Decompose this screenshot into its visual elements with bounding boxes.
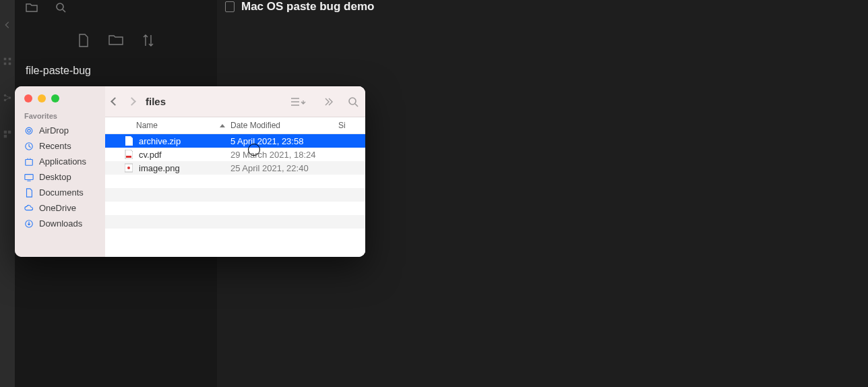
favorite-downloads[interactable]: Downloads — [15, 216, 105, 231]
tab-title[interactable]: Mac OS paste bug demo — [241, 0, 374, 13]
svg-rect-8 — [8, 131, 11, 133]
more-icon[interactable] — [322, 96, 333, 107]
new-folder-icon[interactable] — [108, 34, 123, 46]
header-date[interactable]: Date Modified — [230, 121, 338, 130]
doc-icon — [24, 188, 34, 198]
column-headers: Name Date Modified Si — [105, 117, 365, 134]
empty-row — [105, 215, 365, 229]
svg-rect-15 — [25, 174, 33, 179]
svg-rect-0 — [4, 58, 7, 61]
empty-row — [105, 188, 365, 202]
svg-point-11 — [28, 129, 30, 131]
favorite-desktop[interactable]: Desktop — [15, 169, 105, 185]
header-name[interactable]: Name — [105, 121, 230, 130]
svg-rect-18 — [126, 156, 131, 158]
favorite-documents[interactable]: Documents — [15, 185, 105, 200]
favorite-label: Applications — [39, 156, 86, 167]
svg-point-20 — [127, 167, 130, 169]
file-name: image.png — [139, 163, 180, 173]
favorite-label: Downloads — [39, 218, 82, 229]
svg-rect-9 — [4, 135, 7, 138]
airdrop-icon — [24, 126, 34, 136]
pdf-icon — [124, 150, 133, 159]
svg-rect-3 — [9, 63, 11, 65]
favorite-label: OneDrive — [39, 203, 76, 213]
file-list: archive.zip 5 April 2021, 23:58 cv.pdf 2… — [105, 134, 365, 257]
apps-icon — [24, 157, 34, 167]
file-name: cv.pdf — [139, 150, 162, 160]
activity-bar — [0, 0, 15, 387]
file-date: 29 March 2021, 18:24 — [230, 150, 346, 160]
folder-open-icon[interactable] — [26, 2, 38, 13]
favorite-airdrop[interactable]: AirDrop — [15, 123, 105, 138]
svg-rect-2 — [4, 63, 7, 65]
repo-title: file-paste-bug — [15, 59, 217, 82]
finder-toolbar: files — [105, 86, 365, 117]
file-name: archive.zip — [139, 136, 181, 146]
file-icon — [225, 1, 235, 12]
graph-icon[interactable] — [3, 93, 12, 102]
file-date: 25 April 2021, 22:40 — [230, 163, 346, 173]
svg-point-17 — [349, 98, 356, 105]
favorite-label: AirDrop — [39, 125, 69, 136]
window-traffic-lights — [15, 93, 105, 112]
ext-icon[interactable] — [3, 129, 12, 139]
file-date: 5 April 2021, 23:58 — [230, 136, 346, 146]
finder-main: files Name Date Modified Si archive.zip — [105, 86, 365, 257]
svg-point-12 — [26, 127, 32, 134]
finder-sidebar: Favorites AirDrop Recents Applications D… — [15, 86, 105, 257]
zoom-dot[interactable] — [51, 94, 59, 102]
favorite-label: Desktop — [39, 172, 71, 182]
chevron-left-icon[interactable] — [3, 20, 12, 30]
finder-title: files — [146, 96, 284, 107]
nav-back-button[interactable] — [111, 97, 119, 106]
new-file-icon[interactable] — [78, 34, 90, 47]
favorite-label: Recents — [39, 141, 71, 151]
minimize-dot[interactable] — [38, 94, 46, 102]
file-row[interactable]: image.png 25 April 2021, 22:40 — [105, 161, 365, 175]
desktop-icon — [24, 173, 34, 182]
favorite-label: Documents — [39, 187, 84, 198]
favorite-onedrive[interactable]: OneDrive — [15, 200, 105, 216]
zip-icon — [124, 136, 133, 146]
image-icon — [124, 163, 133, 173]
svg-rect-1 — [9, 58, 11, 61]
clock-icon — [24, 142, 34, 151]
empty-row — [105, 202, 365, 215]
empty-row — [105, 229, 365, 242]
favorites-label: Favorites — [15, 112, 105, 123]
download-icon — [24, 219, 34, 229]
file-row[interactable]: archive.zip 5 April 2021, 23:58 — [105, 134, 365, 148]
grid-icon[interactable] — [3, 57, 12, 66]
cloud-icon — [24, 204, 34, 213]
empty-row — [105, 175, 365, 188]
svg-rect-7 — [4, 131, 7, 133]
sort-ascending-icon — [220, 124, 225, 127]
search-icon[interactable] — [348, 96, 359, 107]
nav-forward-button[interactable] — [127, 97, 136, 106]
view-list-icon[interactable] — [290, 96, 307, 107]
header-size[interactable]: Si — [338, 121, 365, 130]
finder-window: Favorites AirDrop Recents Applications D… — [15, 86, 365, 257]
favorite-applications[interactable]: Applications — [15, 154, 105, 169]
svg-point-10 — [57, 3, 63, 10]
search-icon[interactable] — [55, 2, 66, 13]
favorite-recents[interactable]: Recents — [15, 138, 105, 154]
file-row[interactable]: cv.pdf 29 March 2021, 18:24 — [105, 148, 365, 161]
close-dot[interactable] — [24, 94, 32, 102]
sort-icon[interactable] — [142, 34, 154, 47]
svg-rect-14 — [26, 159, 33, 165]
